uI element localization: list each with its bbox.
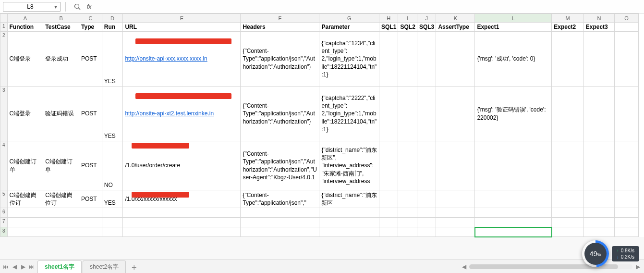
- cell-C6[interactable]: [79, 208, 102, 218]
- col-header-H[interactable]: H: [379, 14, 398, 23]
- cell-K7[interactable]: [436, 218, 475, 227]
- cell-N6[interactable]: [583, 208, 614, 218]
- cell-M4[interactable]: [552, 141, 583, 190]
- magnifier-icon[interactable]: [73, 3, 81, 11]
- formula-input[interactable]: [94, 2, 641, 12]
- cell-E6[interactable]: [123, 208, 241, 218]
- cell-F4[interactable]: {"Content-Type":"application/json","Auth…: [241, 141, 319, 190]
- tab-sheet2[interactable]: sheet2名字: [83, 261, 126, 273]
- cell-G8[interactable]: [319, 227, 379, 237]
- cell-H7[interactable]: [379, 218, 398, 227]
- cell-C3[interactable]: POST: [79, 87, 102, 141]
- cell-E4[interactable]: /1.0/user/order/create: [123, 141, 241, 190]
- row-header[interactable]: 6: [0, 208, 8, 218]
- col-header-D[interactable]: D: [102, 14, 123, 23]
- header-cell[interactable]: URL: [123, 23, 241, 32]
- cell-H8[interactable]: [379, 227, 398, 237]
- header-cell[interactable]: TestCase: [43, 23, 79, 32]
- cell-D6[interactable]: [102, 208, 123, 218]
- network-gauge[interactable]: 49% ↑0.8K/s ↓0.2K/s: [582, 240, 639, 267]
- cell-O2[interactable]: [615, 32, 639, 87]
- cell-G5[interactable]: {"district_name":"浦东新区: [319, 190, 379, 208]
- col-header-J[interactable]: J: [417, 14, 436, 23]
- cell-H3[interactable]: [379, 87, 398, 141]
- cell-G3[interactable]: {"captcha":"2222","client_type": 2,"logi…: [319, 87, 379, 141]
- cell-A3[interactable]: C端登录: [7, 87, 43, 141]
- cell-F6[interactable]: [241, 208, 319, 218]
- cell-A8[interactable]: [7, 227, 43, 237]
- row-header[interactable]: 2: [0, 32, 8, 87]
- cell-L8[interactable]: [475, 227, 552, 237]
- col-header-L[interactable]: L: [475, 14, 552, 23]
- add-sheet-button[interactable]: +: [127, 262, 142, 273]
- cell-B5[interactable]: C端创建岗位订: [43, 190, 79, 208]
- header-cell[interactable]: SQL1: [379, 23, 398, 32]
- row-header[interactable]: 1: [0, 23, 8, 32]
- col-header-F[interactable]: F: [241, 14, 319, 23]
- cell-A6[interactable]: [7, 208, 43, 218]
- cell-A5[interactable]: C端创建岗位订: [7, 190, 43, 208]
- cell-L4[interactable]: [475, 141, 552, 190]
- cell-K4[interactable]: [436, 141, 475, 190]
- header-cell[interactable]: Parameter: [319, 23, 379, 32]
- header-cell[interactable]: Type: [79, 23, 102, 32]
- cell-K5[interactable]: [436, 190, 475, 208]
- cell-I6[interactable]: [398, 208, 417, 218]
- cell-N3[interactable]: [583, 87, 614, 141]
- cell-O3[interactable]: [615, 87, 639, 141]
- grid[interactable]: ABCDEFGHIJKLMNO1FunctionTestCaseTypeRunU…: [0, 13, 644, 237]
- cell-C2[interactable]: POST: [79, 32, 102, 87]
- cell-N8[interactable]: [583, 227, 614, 237]
- col-header-I[interactable]: I: [398, 14, 417, 23]
- cell-I4[interactable]: [398, 141, 417, 190]
- cell-D3[interactable]: YES: [102, 87, 123, 141]
- header-cell[interactable]: SQL3: [417, 23, 436, 32]
- cell-G4[interactable]: {"district_name":"浦东新区", "interview_addr…: [319, 141, 379, 190]
- cell-M7[interactable]: [552, 218, 583, 227]
- row-header[interactable]: 4: [0, 141, 8, 190]
- cell-L7[interactable]: [475, 218, 552, 227]
- header-cell[interactable]: Function: [7, 23, 43, 32]
- cell-I5[interactable]: [398, 190, 417, 208]
- url-link[interactable]: http://onsite-api-xxx.xxxx.xxxx.in: [125, 55, 207, 62]
- tab-next-icon[interactable]: ▶: [19, 262, 27, 272]
- cell-B4[interactable]: C端创建订单: [43, 141, 79, 190]
- cell-B7[interactable]: [43, 218, 79, 227]
- chevron-down-icon[interactable]: ▾: [54, 3, 57, 10]
- col-header-C[interactable]: C: [79, 14, 102, 23]
- cell-I8[interactable]: [398, 227, 417, 237]
- cell-O6[interactable]: [615, 208, 639, 218]
- cell-E7[interactable]: [123, 218, 241, 227]
- cell-N4[interactable]: [583, 141, 614, 190]
- cell-M3[interactable]: [552, 87, 583, 141]
- cell-M5[interactable]: [552, 190, 583, 208]
- cell-A7[interactable]: [7, 218, 43, 227]
- col-header-M[interactable]: M: [552, 14, 583, 23]
- cell-L3[interactable]: {'msg': '验证码错误', 'code': 220002}: [475, 87, 552, 141]
- cell-J4[interactable]: [417, 141, 436, 190]
- header-cell[interactable]: Expect3: [583, 23, 614, 32]
- cell-F2[interactable]: {"Content-Type":"application/json","Auth…: [241, 32, 319, 87]
- header-cell[interactable]: Expect1: [475, 23, 552, 32]
- col-header-K[interactable]: K: [436, 14, 475, 23]
- col-header-G[interactable]: G: [319, 14, 379, 23]
- cell-M6[interactable]: [552, 208, 583, 218]
- cell-M2[interactable]: [552, 32, 583, 87]
- cell-F5[interactable]: {"Content-Type":"application/json",": [241, 190, 319, 208]
- cell-J3[interactable]: [417, 87, 436, 141]
- header-cell[interactable]: Expect2: [552, 23, 583, 32]
- cell-E2[interactable]: http://onsite-api-xxx.xxxx.xxxx.in: [123, 32, 241, 87]
- cell-M8[interactable]: [552, 227, 583, 237]
- header-cell[interactable]: AssertType: [436, 23, 475, 32]
- cell-O5[interactable]: [615, 190, 639, 208]
- cell-I7[interactable]: [398, 218, 417, 227]
- cell-D8[interactable]: [102, 227, 123, 237]
- cell-K3[interactable]: [436, 87, 475, 141]
- scroll-left-icon[interactable]: ◀: [461, 263, 467, 270]
- tab-last-icon[interactable]: ⏭: [28, 262, 36, 272]
- cell-N7[interactable]: [583, 218, 614, 227]
- cell-K8[interactable]: [436, 227, 475, 237]
- cell-G2[interactable]: {"captcha":"1234","client_type": 2,"logi…: [319, 32, 379, 87]
- col-header-A[interactable]: A: [7, 14, 43, 23]
- cell-F3[interactable]: {"Content-Type":"application/json","Auth…: [241, 87, 319, 141]
